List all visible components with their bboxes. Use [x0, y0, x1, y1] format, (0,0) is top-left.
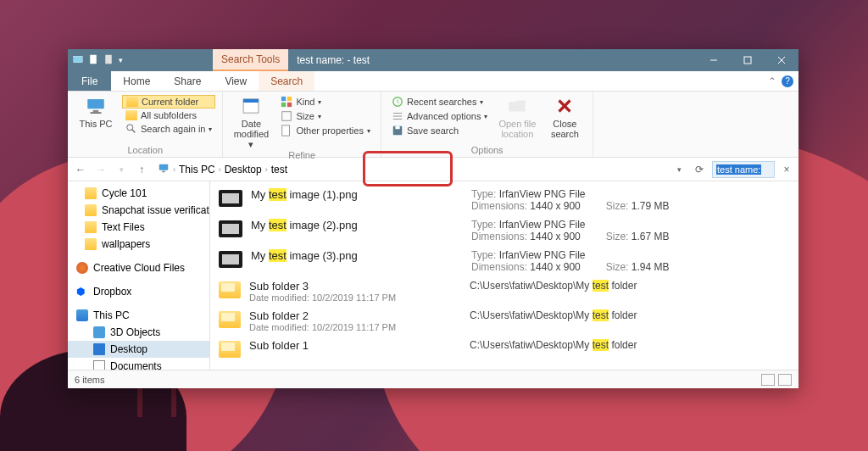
other-properties-button[interactable]: Other properties ▾ [277, 124, 373, 137]
breadcrumb-sep: › [265, 165, 268, 174]
tab-share[interactable]: Share [162, 71, 213, 91]
large-icons-view-button[interactable] [778, 374, 792, 386]
all-subfolders-label: All subfolders [141, 110, 197, 120]
up-button[interactable]: ↑ [134, 162, 149, 177]
breadcrumb-thispc[interactable]: This PC [179, 164, 215, 175]
search-result-file[interactable]: My test image (1).pngType: IrfanView PNG… [210, 185, 798, 215]
back-button[interactable]: ← [73, 162, 88, 177]
all-subfolders-button[interactable]: All subfolders [122, 109, 215, 121]
sidebar-item-snapchat[interactable]: Snapchat issue verificati [68, 202, 209, 219]
sidebar-item-cycle101[interactable]: Cycle 101 [68, 185, 209, 202]
recent-searches-button[interactable]: Recent searches ▾ [388, 95, 491, 109]
close-search-button[interactable]: Close search [543, 95, 586, 139]
forward-button[interactable]: → [93, 162, 108, 177]
folder-icon [85, 221, 97, 233]
tab-home[interactable]: Home [111, 71, 162, 91]
recent-locations-button[interactable]: ▾ [114, 162, 129, 177]
svg-rect-16 [287, 97, 292, 101]
chevron-down-icon[interactable]: ▾ [119, 56, 123, 64]
kind-label: Kind [296, 97, 314, 107]
search-box[interactable]: test name: [712, 161, 775, 178]
advanced-options-button[interactable]: Advanced options ▾ [388, 109, 491, 123]
image-thumbnail-icon [219, 190, 242, 207]
sidebar-label: Desktop [110, 343, 147, 355]
svg-rect-20 [282, 125, 290, 136]
dropdown-button[interactable]: ▾ [671, 162, 687, 177]
svg-rect-8 [93, 110, 99, 112]
help-button[interactable]: ? [782, 75, 793, 87]
sidebar-item-creative-cloud[interactable]: Creative Cloud Files [68, 259, 209, 276]
sidebar-item-desktop[interactable]: Desktop [68, 341, 209, 358]
search-again-in-button[interactable]: Search again in ▾ [122, 122, 215, 136]
close-button[interactable] [765, 49, 798, 71]
date-modified-button[interactable]: Date modified ▾ [230, 95, 272, 150]
search-result-folder[interactable]: Sub folder 2Date modified: 10/2/2019 11:… [210, 306, 798, 336]
ribbon-tabs: File Home Share View Search ⌃ ? [68, 71, 798, 92]
this-pc-button[interactable]: This PC [75, 95, 117, 129]
folder-icon [219, 341, 241, 358]
3d-objects-icon [93, 326, 105, 338]
breadcrumb-desktop[interactable]: Desktop [225, 164, 262, 175]
clear-search-button[interactable]: × [780, 164, 793, 175]
kind-icon [281, 96, 292, 108]
date-modified: Date modified: 10/2/2019 11:17 PM [249, 292, 461, 303]
sidebar-item-3d-objects[interactable]: 3D Objects [68, 324, 209, 341]
sidebar-item-dropbox[interactable]: ⬢Dropbox [68, 283, 209, 300]
navigation-pane[interactable]: Cycle 101 Snapchat issue verificati Text… [68, 181, 210, 370]
clock-icon [392, 96, 403, 108]
sidebar-item-thispc[interactable]: This PC [68, 307, 209, 324]
tab-view[interactable]: View [213, 71, 259, 91]
sidebar-item-text-files[interactable]: Text Files [68, 219, 209, 236]
kind-button[interactable]: Kind ▾ [277, 95, 373, 109]
save-search-button[interactable]: Save search [388, 124, 491, 137]
file-name: My test image (1).png [251, 188, 463, 201]
folder-icon [219, 311, 241, 328]
sidebar-label: 3D Objects [110, 326, 160, 338]
breadcrumb-test[interactable]: test [271, 164, 287, 175]
search-result-folder[interactable]: Sub folder 3Date modified: 10/2/2019 11:… [210, 276, 798, 306]
minimize-button[interactable] [697, 49, 731, 71]
sidebar-item-wallpapers[interactable]: wallpapers [68, 236, 209, 253]
current-folder-label: Current folder [142, 97, 198, 107]
file-name: My test image (3).png [251, 249, 463, 262]
folder-icon [219, 281, 241, 298]
search-results[interactable]: My test image (1).pngType: IrfanView PNG… [210, 181, 798, 370]
maximize-button[interactable] [731, 49, 765, 71]
breadcrumb[interactable]: › This PC › Desktop › test [154, 162, 666, 176]
thispc-icon [158, 162, 170, 176]
ribbon: This PC Current folder All subfolders Se… [68, 92, 798, 158]
current-folder-button[interactable]: Current folder [122, 95, 215, 109]
search-value: test name: [716, 164, 761, 175]
breadcrumb-sep: › [173, 165, 175, 174]
image-thumbnail-icon [219, 251, 242, 268]
open-file-location-button[interactable]: Open file location [496, 95, 538, 139]
svg-rect-4 [744, 57, 751, 64]
item-count: 6 items [75, 375, 104, 385]
sidebar-label: Dropbox [93, 286, 131, 298]
size-button[interactable]: Size ▾ [277, 109, 373, 123]
svg-rect-26 [395, 126, 399, 130]
sidebar-label: Snapchat issue verificati [102, 204, 209, 216]
status-bar: 6 items [68, 370, 798, 388]
tab-file[interactable]: File [68, 71, 111, 91]
file-meta: Type: IrfanView PNG FileDimensions: 1440… [471, 188, 790, 212]
refresh-button[interactable]: ⟳ [692, 162, 707, 177]
sidebar-item-documents[interactable]: Documents [68, 358, 209, 370]
details-view-button[interactable] [761, 374, 775, 386]
refine-group-label: Refine [230, 150, 373, 162]
ribbon-group-refine: Date modified ▾ Kind ▾ Size ▾ Other prop… [223, 92, 381, 157]
svg-rect-9 [91, 112, 102, 114]
svg-rect-19 [282, 112, 292, 121]
folder-icon [85, 204, 97, 216]
svg-point-10 [127, 125, 133, 131]
search-result-file[interactable]: My test image (2).pngType: IrfanView PNG… [210, 215, 798, 246]
svg-rect-13 [244, 99, 259, 103]
collapse-ribbon-button[interactable]: ⌃ [768, 75, 776, 87]
tab-search[interactable]: Search [259, 71, 314, 91]
folder-name: Sub folder 2 [249, 309, 461, 322]
folder-icon [126, 97, 138, 107]
search-result-file[interactable]: My test image (3).pngType: IrfanView PNG… [210, 246, 798, 276]
search-result-folder[interactable]: Sub folder 1C:\Users\fatiw\Desktop\My te… [210, 336, 798, 361]
svg-rect-18 [287, 103, 292, 107]
explorer-window: ▾ Search Tools test name: - test File Ho… [68, 49, 798, 388]
